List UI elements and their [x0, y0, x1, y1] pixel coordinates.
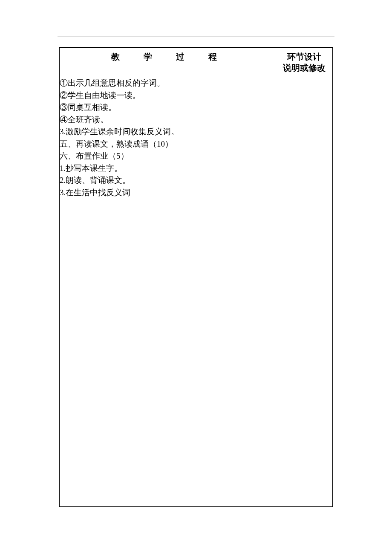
- process-content: ①出示几组意思相反的字词。 ②学生自由地读一读。 ③同桌互相读。 ④全班齐读。 …: [59, 77, 276, 507]
- content-line: ④全班齐读。: [60, 114, 276, 126]
- content-line: 2.朗读、背诵课文。: [60, 174, 276, 187]
- content-line: ①出示几组意思相反的字词。: [60, 77, 276, 90]
- header-process-label: 教 学 过 程: [111, 52, 225, 61]
- notes-content: [276, 77, 333, 507]
- page-header-rule: [58, 37, 334, 37]
- header-notes: 环节设计 说明或修改: [276, 47, 333, 77]
- content-line: 六、布置作业（5）: [60, 150, 276, 162]
- table-content-row: ①出示几组意思相反的字词。 ②学生自由地读一读。 ③同桌互相读。 ④全班齐读。 …: [59, 77, 333, 507]
- content-line: 五、再读课文，熟读成诵（10）: [60, 138, 276, 150]
- header-process: 教 学 过 程: [59, 47, 276, 77]
- content-line: ③同桌互相读。: [60, 101, 276, 114]
- content-line: 3.在生活中找反义词: [60, 187, 276, 199]
- content-line: 1.抄写本课生字。: [60, 162, 276, 175]
- header-notes-line2: 说明或修改: [278, 62, 330, 73]
- content-line: ②学生自由地读一读。: [60, 90, 276, 102]
- lesson-plan-table: 教 学 过 程 环节设计 说明或修改 ①出示几组意思相反的字词。 ②学生自由地读…: [59, 47, 333, 507]
- header-notes-line1: 环节设计: [278, 51, 330, 62]
- table-header-row: 教 学 过 程 环节设计 说明或修改: [59, 47, 333, 77]
- content-line: 3.激励学生课余时间收集反义词。: [60, 126, 276, 138]
